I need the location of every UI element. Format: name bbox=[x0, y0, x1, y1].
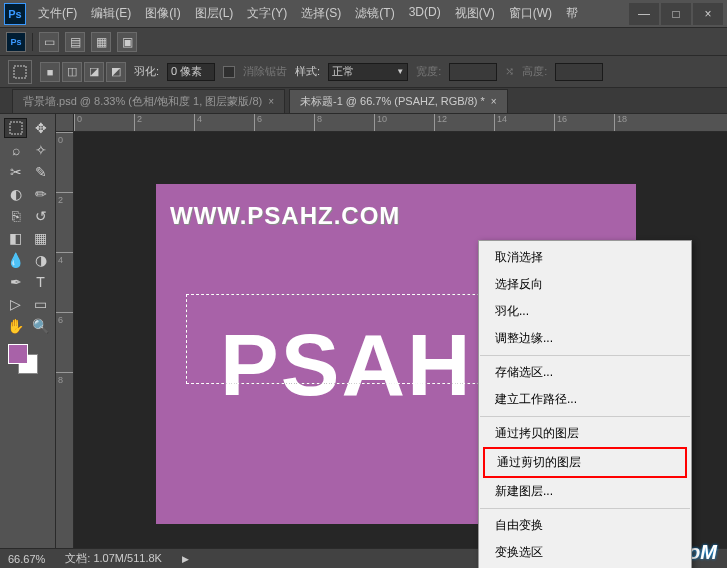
context-item[interactable]: 通过拷贝的图层 bbox=[479, 420, 691, 447]
menu-bar: 文件(F)编辑(E)图像(I)图层(L)文字(Y)选择(S)滤镜(T)3D(D)… bbox=[32, 3, 584, 24]
context-item[interactable]: 羽化... bbox=[479, 298, 691, 325]
history-brush-tool[interactable]: ↺ bbox=[29, 206, 52, 226]
status-arrow-icon[interactable]: ▶ bbox=[182, 554, 189, 564]
svg-rect-1 bbox=[10, 122, 22, 134]
context-separator bbox=[480, 508, 690, 509]
magic-wand-tool[interactable]: ✧ bbox=[29, 140, 52, 160]
context-item[interactable]: 自由变换 bbox=[479, 512, 691, 539]
app-logo: Ps bbox=[4, 3, 26, 25]
clone-stamp-tool[interactable]: ⎘ bbox=[4, 206, 27, 226]
zoom-tool[interactable]: 🔍 bbox=[29, 316, 52, 336]
menu-帮[interactable]: 帮 bbox=[560, 3, 584, 24]
ruler-origin[interactable] bbox=[56, 114, 74, 132]
doc-size-value: 1.07M/511.8K bbox=[93, 552, 162, 564]
context-item[interactable]: 调整边缘... bbox=[479, 325, 691, 352]
doc-icon[interactable]: ▤ bbox=[65, 32, 85, 52]
doc-size-label: 文档: bbox=[65, 552, 90, 564]
ruler-horizontal[interactable]: 024681012141618 bbox=[74, 114, 727, 132]
menu-滤镜(T)[interactable]: 滤镜(T) bbox=[349, 3, 400, 24]
gradient-tool[interactable]: ▦ bbox=[29, 228, 52, 248]
intersect-selection-icon[interactable]: ◩ bbox=[106, 62, 126, 82]
document-tab[interactable]: 背景墙.psd @ 8.33% (色相/饱和度 1, 图层蒙版/8)× bbox=[12, 89, 285, 113]
path-selection-tool[interactable]: ▷ bbox=[4, 294, 27, 314]
eyedropper-tool[interactable]: ✎ bbox=[29, 162, 52, 182]
context-item[interactable]: 建立工作路径... bbox=[479, 386, 691, 413]
menu-3D(D)[interactable]: 3D(D) bbox=[403, 3, 447, 24]
lasso-tool[interactable]: ⌕ bbox=[4, 140, 27, 160]
marquee-tool-preset-icon[interactable] bbox=[8, 60, 32, 84]
height-label: 高度: bbox=[522, 64, 547, 79]
tab-label: 未标题-1 @ 66.7% (PSAHZ, RGB/8) * bbox=[300, 94, 485, 109]
context-item[interactable]: 变换选区 bbox=[479, 539, 691, 566]
dodge-tool[interactable]: ◑ bbox=[29, 250, 52, 270]
menu-文字(Y)[interactable]: 文字(Y) bbox=[241, 3, 293, 24]
context-highlight: 通过剪切的图层 bbox=[483, 447, 687, 478]
menu-编辑(E)[interactable]: 编辑(E) bbox=[85, 3, 137, 24]
add-selection-icon[interactable]: ◫ bbox=[62, 62, 82, 82]
foreground-color[interactable] bbox=[8, 344, 28, 364]
menu-窗口(W)[interactable]: 窗口(W) bbox=[503, 3, 558, 24]
healing-brush-tool[interactable]: ◐ bbox=[4, 184, 27, 204]
tab-close-icon[interactable]: × bbox=[268, 96, 274, 107]
feather-label: 羽化: bbox=[134, 64, 159, 79]
context-separator bbox=[480, 355, 690, 356]
context-item[interactable]: 通过剪切的图层 bbox=[481, 449, 689, 476]
subtract-selection-icon[interactable]: ◪ bbox=[84, 62, 104, 82]
antialias-label: 消除锯齿 bbox=[243, 64, 287, 79]
document-tabs: 背景墙.psd @ 8.33% (色相/饱和度 1, 图层蒙版/8)×未标题-1… bbox=[0, 88, 727, 114]
window-arrange-icon[interactable]: ▭ bbox=[39, 32, 59, 52]
grid-icon[interactable]: ▦ bbox=[91, 32, 111, 52]
menu-图层(L)[interactable]: 图层(L) bbox=[189, 3, 240, 24]
blur-tool[interactable]: 💧 bbox=[4, 250, 27, 270]
width-input bbox=[449, 63, 497, 81]
options-bar: ■ ◫ ◪ ◩ 羽化: 消除锯齿 样式: 正常 ▼ 宽度: ⤭ 高度: bbox=[0, 56, 727, 88]
feather-input[interactable] bbox=[167, 63, 215, 81]
antialias-checkbox[interactable] bbox=[223, 66, 235, 78]
menu-视图(V)[interactable]: 视图(V) bbox=[449, 3, 501, 24]
menu-文件(F)[interactable]: 文件(F) bbox=[32, 3, 83, 24]
title-bar: Ps 文件(F)编辑(E)图像(I)图层(L)文字(Y)选择(S)滤镜(T)3D… bbox=[0, 0, 727, 28]
width-label: 宽度: bbox=[416, 64, 441, 79]
minimize-button[interactable]: — bbox=[629, 3, 659, 25]
document-tab[interactable]: 未标题-1 @ 66.7% (PSAHZ, RGB/8) *× bbox=[289, 89, 508, 113]
move-tool[interactable]: ✥ bbox=[29, 118, 52, 138]
eraser-tool[interactable]: ◧ bbox=[4, 228, 27, 248]
hand-tool[interactable]: ✋ bbox=[4, 316, 27, 336]
color-swatches[interactable] bbox=[4, 344, 52, 382]
context-item[interactable]: 取消选择 bbox=[479, 244, 691, 271]
style-dropdown[interactable]: 正常 ▼ bbox=[328, 63, 408, 81]
screen-mode-icon[interactable]: ▣ bbox=[117, 32, 137, 52]
close-window-button[interactable]: × bbox=[693, 3, 723, 25]
height-input bbox=[555, 63, 603, 81]
context-item[interactable]: 存储选区... bbox=[479, 359, 691, 386]
ps-mini-icon[interactable]: Ps bbox=[6, 32, 26, 52]
maximize-button[interactable]: □ bbox=[661, 3, 691, 25]
crop-tool[interactable]: ✂ bbox=[4, 162, 27, 182]
context-menu: 取消选择选择反向羽化...调整边缘...存储选区...建立工作路径...通过拷贝… bbox=[478, 240, 692, 568]
context-item[interactable]: 新建图层... bbox=[479, 478, 691, 505]
tab-close-icon[interactable]: × bbox=[491, 96, 497, 107]
pen-tool[interactable]: ✒ bbox=[4, 272, 27, 292]
marquee-tool[interactable] bbox=[4, 118, 27, 138]
watermark-text: WWW.PSAHZ.COM bbox=[170, 202, 400, 230]
svg-rect-0 bbox=[14, 66, 26, 78]
context-item[interactable]: 选择反向 bbox=[479, 271, 691, 298]
menu-选择(S)[interactable]: 选择(S) bbox=[295, 3, 347, 24]
brush-tool[interactable]: ✏ bbox=[29, 184, 52, 204]
zoom-level[interactable]: 66.67% bbox=[8, 553, 45, 565]
new-selection-icon[interactable]: ■ bbox=[40, 62, 60, 82]
style-value: 正常 bbox=[332, 64, 354, 79]
tab-label: 背景墙.psd @ 8.33% (色相/饱和度 1, 图层蒙版/8) bbox=[23, 94, 262, 109]
chevron-down-icon: ▼ bbox=[396, 67, 404, 76]
shape-tool[interactable]: ▭ bbox=[29, 294, 52, 314]
canvas-headline: PSAH bbox=[220, 314, 473, 416]
menu-图像(I)[interactable]: 图像(I) bbox=[139, 3, 186, 24]
ruler-vertical[interactable]: 02468 bbox=[56, 132, 74, 548]
style-label: 样式: bbox=[295, 64, 320, 79]
tools-panel: ✥ ⌕ ✧ ✂ ✎ ◐ ✏ ⎘ ↺ ◧ ▦ 💧 ◑ ✒ T ▷ ▭ ✋ 🔍 bbox=[0, 114, 56, 548]
context-separator bbox=[480, 416, 690, 417]
app-toolbar: Ps ▭ ▤ ▦ ▣ bbox=[0, 28, 727, 56]
swap-icon[interactable]: ⤭ bbox=[505, 65, 514, 78]
type-tool[interactable]: T bbox=[29, 272, 52, 292]
